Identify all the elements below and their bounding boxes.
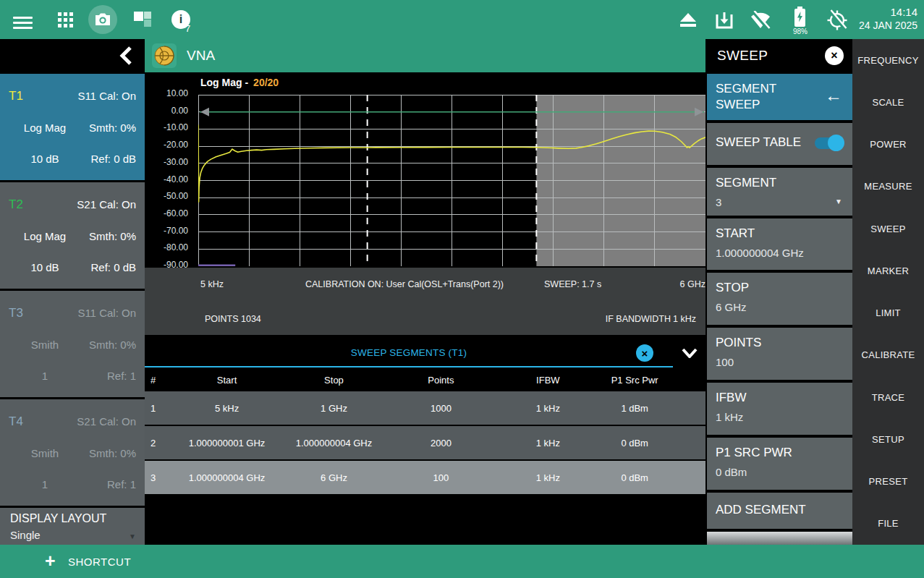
- menu-setup[interactable]: SETUP: [852, 418, 924, 460]
- trace-summary-t1[interactable]: T1S11 Cal: On Log MagSmth: 0% 10 dBRef: …: [0, 74, 145, 180]
- y-tick-label: 10.00: [145, 88, 188, 98]
- trace-meas: S21 Cal: On: [77, 415, 136, 428]
- hamburger-menu-icon[interactable]: [13, 14, 33, 32]
- segment-row-1[interactable]: 1 5 kHz 1 GHz 1000 1 kHz 1 dBm: [145, 391, 705, 425]
- points-field[interactable]: POINTS 100: [707, 328, 852, 380]
- trace-scale: 1: [9, 478, 81, 490]
- time: 14:14: [859, 6, 917, 20]
- y-tick-label: -10.00: [145, 122, 188, 132]
- calibration-status: CALIBRATION ON: User Cal(OSL+Trans(Port …: [305, 279, 504, 289]
- ifbw-field[interactable]: IFBW 1 kHz: [707, 383, 852, 435]
- sidebar-collapse-chevron-icon[interactable]: [116, 43, 140, 68]
- date: 24 JAN 2025: [859, 20, 917, 33]
- y-tick-label: -80.00: [145, 242, 188, 252]
- trace-smooth: Smth: 0%: [89, 339, 136, 351]
- start-frequency-value: 1.000000004 GHz: [716, 247, 844, 259]
- back-arrow-icon: ←: [825, 87, 842, 104]
- menu-marker[interactable]: MARKER: [852, 250, 924, 292]
- wifi-off-icon[interactable]: [750, 11, 771, 33]
- menu-sweep[interactable]: SWEEP: [852, 208, 924, 250]
- stop-frequency-field[interactable]: STOP 6 GHz: [707, 273, 852, 325]
- menu-scale[interactable]: SCALE: [852, 81, 924, 123]
- display-layout-value: Single: [10, 529, 135, 541]
- menu-limit[interactable]: LIMIT: [852, 292, 924, 334]
- sweep-segments-close-icon[interactable]: ×: [636, 344, 653, 362]
- trace-scale: 10 dB: [9, 261, 81, 273]
- apps-grid-icon[interactable]: [58, 12, 73, 27]
- trace-smooth: Smth: 0%: [89, 447, 136, 459]
- y-tick-label: -40.00: [145, 174, 188, 184]
- segment-sweep-button[interactable]: SEGMENT SWEEP ←: [707, 74, 852, 120]
- segment-row-3-selected[interactable]: 3 1.000000004 GHz 6 GHz 100 1 kHz 0 dBm: [145, 461, 705, 494]
- col-ifbw: IFBW: [494, 375, 601, 386]
- sweep-panel-partial-next-item[interactable]: [707, 532, 852, 545]
- y-tick-label: -70.00: [145, 226, 188, 236]
- display-layout-selector[interactable]: DISPLAY LAYOUT Single ▼: [0, 508, 145, 546]
- trace-ref: Ref: 1: [107, 478, 136, 490]
- trace-format: Log Mag: [9, 122, 81, 134]
- log-mag-plot[interactable]: [198, 95, 705, 266]
- trace-ref: Ref: 0 dB: [90, 261, 136, 273]
- trace-smooth: Smth: 0%: [89, 122, 136, 134]
- trace-summary-t2[interactable]: T2S21 Cal: On Log MagSmth: 0% 10 dBRef: …: [0, 182, 145, 289]
- ifbw-label: IF BANDWIDTH: [606, 314, 671, 324]
- points-value: 100: [716, 356, 844, 368]
- chevron-down-icon: ▼: [835, 197, 842, 205]
- trace-ref: Ref: 1: [107, 370, 136, 382]
- trace-scale: 10 dB: [9, 153, 81, 165]
- segment-value: 3: [716, 196, 844, 208]
- display-layout-label: DISPLAY LAYOUT: [10, 512, 135, 525]
- sweep-segments-collapse-chevron-icon[interactable]: [673, 339, 705, 367]
- battery-icon[interactable]: [794, 7, 806, 30]
- menu-file[interactable]: FILE: [852, 503, 924, 545]
- p1-src-pwr-value: 0 dBm: [716, 466, 844, 478]
- trace-meas: S11 Cal: On: [77, 90, 136, 102]
- screenshot-camera-icon[interactable]: [88, 5, 117, 34]
- add-segment-button[interactable]: ADD SEGMENT: [707, 493, 852, 529]
- plot-svg: [198, 95, 705, 266]
- y-tick-label: -20.00: [145, 140, 188, 150]
- sweep-table-toggle-on[interactable]: [815, 137, 842, 149]
- col-num: #: [145, 375, 174, 386]
- sweep-segments-header: SWEEP SEGMENTS (T1) ×: [145, 339, 673, 367]
- menu-preset[interactable]: PRESET: [852, 461, 924, 503]
- segment-select[interactable]: SEGMENT 3 ▼: [707, 168, 852, 216]
- segment-row-2[interactable]: 2 1.000000001 GHz 1.000000004 GHz 2000 1…: [145, 426, 705, 459]
- top-status-bar: i 7: [0, 0, 924, 39]
- start-frequency-field[interactable]: START 1.000000004 GHz: [707, 218, 852, 270]
- trace-format: Log Mag: [9, 230, 81, 242]
- y-tick-label: -60.00: [145, 208, 188, 218]
- sweep-panel-close-icon[interactable]: ×: [825, 46, 844, 65]
- trace-format: Smith: [9, 339, 81, 351]
- ifbw-value: 1 kHz: [673, 314, 696, 324]
- p1-src-pwr-field[interactable]: P1 SRC PWR 0 dBm: [707, 438, 852, 490]
- menu-frequency[interactable]: FREQUENCY: [852, 39, 924, 81]
- shortcut-bar: [0, 545, 924, 578]
- col-stop: Stop: [281, 375, 388, 386]
- vna-window-titlebar: VNA: [145, 39, 705, 72]
- menu-trace[interactable]: TRACE: [852, 376, 924, 418]
- screen: i 7: [0, 0, 924, 578]
- sweep-panel-header: SWEEP ×: [707, 39, 852, 72]
- y-tick-label: -50.00: [145, 191, 188, 201]
- sweep-time-label: SWEEP: 1.7 s: [544, 279, 601, 289]
- plus-icon[interactable]: +: [45, 552, 56, 570]
- menu-power[interactable]: POWER: [852, 124, 924, 166]
- main-menu: FREQUENCY SCALE POWER MEASURE SWEEP MARK…: [852, 39, 924, 545]
- shortcut-button[interactable]: SHORTCUT: [68, 556, 131, 568]
- menu-calibrate[interactable]: CALIBRATE: [852, 334, 924, 376]
- gps-off-icon[interactable]: [826, 9, 848, 34]
- stop-frequency-value: 6 GHz: [716, 301, 844, 313]
- eject-icon[interactable]: [679, 12, 698, 30]
- ifbw-value: 1 kHz: [716, 411, 844, 423]
- trace-summary-t4[interactable]: T4S21 Cal: On SmithSmth: 0% 1Ref: 1: [0, 399, 145, 506]
- col-start: Start: [174, 375, 281, 386]
- points-label: POINTS: [205, 314, 239, 324]
- chevron-down-icon: ▼: [129, 532, 136, 540]
- sweep-segments-title: SWEEP SEGMENTS (T1): [145, 347, 673, 358]
- sweep-table-toggle-button[interactable]: SWEEP TABLE: [707, 123, 852, 165]
- segments-table-header-row: # Start Stop Points IFBW P1 Src Pwr: [145, 369, 705, 391]
- screen-capture-save-icon[interactable]: [715, 11, 734, 33]
- trace-summary-t3[interactable]: T3S11 Cal: On SmithSmth: 0% 1Ref: 1: [0, 291, 145, 397]
- menu-measure[interactable]: MEASURE: [852, 166, 924, 208]
